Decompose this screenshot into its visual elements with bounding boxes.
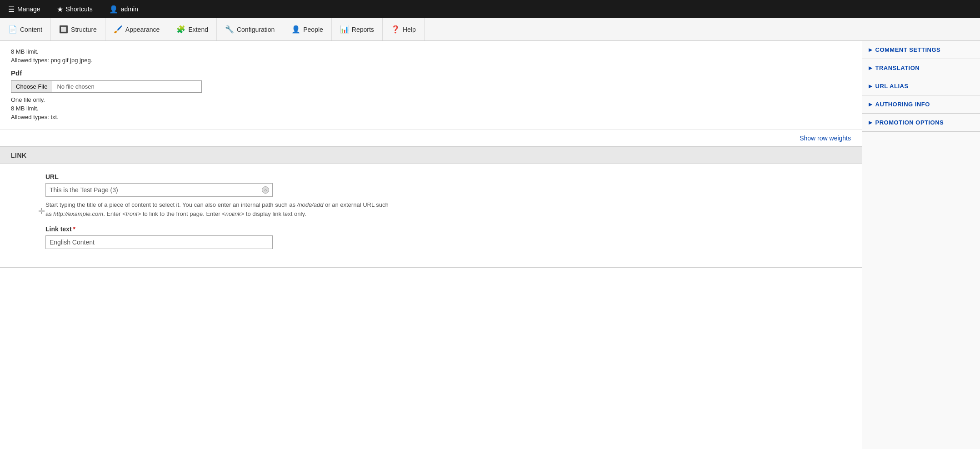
link-row: ✛ URL ○ Start typing the title of a piec… xyxy=(27,173,851,249)
sidebar-authoring-info: ▶ AUTHORING INFO xyxy=(862,95,980,114)
structure-icon: 🔲 xyxy=(59,25,68,34)
nav-structure-label: Structure xyxy=(71,26,97,33)
nav-extend[interactable]: 🧩 Extend xyxy=(168,18,217,40)
nav-extend-label: Extend xyxy=(188,26,208,33)
sidebar-translation-header[interactable]: ▶ TRANSLATION xyxy=(862,59,980,77)
star-icon: ★ xyxy=(57,5,63,14)
link-text-label: Link text* xyxy=(45,225,851,233)
pdf-size-limit: 8 MB limit. xyxy=(11,105,851,112)
nav-reports[interactable]: 📊 Reports xyxy=(332,18,383,40)
sidebar-comment-settings: ▶ COMMENT SETTINGS xyxy=(862,41,980,59)
bottom-separator xyxy=(0,267,862,268)
triangle-icon-2: ▶ xyxy=(869,65,873,70)
nav-help-label: Help xyxy=(403,26,416,33)
url-clear-button[interactable]: ○ xyxy=(262,186,269,194)
url-help-text: Start typing the title of a piece of con… xyxy=(45,200,391,218)
people-icon: 👤 xyxy=(291,25,300,34)
triangle-icon-4: ▶ xyxy=(869,102,873,107)
nav-structure[interactable]: 🔲 Structure xyxy=(51,18,105,40)
image-limit-text: 8 MB limit. xyxy=(11,48,851,55)
one-file-only-text: One file only. xyxy=(11,96,851,103)
admin-label: admin xyxy=(121,5,138,13)
nav-content[interactable]: 📄 Content xyxy=(0,18,51,40)
link-section-header: LINK xyxy=(0,147,862,164)
shortcuts-label: Shortcuts xyxy=(66,5,93,13)
pdf-section: 8 MB limit. Allowed types: png gif jpg j… xyxy=(0,41,862,130)
link-text-input[interactable] xyxy=(45,235,273,249)
hamburger-icon: ☰ xyxy=(8,5,15,14)
content-icon: 📄 xyxy=(8,25,17,34)
configuration-icon: 🔧 xyxy=(225,25,234,34)
page-wrapper: 8 MB limit. Allowed types: png gif jpg j… xyxy=(0,41,980,449)
file-input-row: Choose File No file chosen xyxy=(11,80,202,93)
triangle-icon: ▶ xyxy=(869,47,873,52)
shortcuts-menu[interactable]: ★ Shortcuts xyxy=(53,0,96,18)
sidebar-comment-settings-label: COMMENT SETTINGS xyxy=(875,46,941,53)
sidebar-promotion-options-header[interactable]: ▶ PROMOTION OPTIONS xyxy=(862,114,980,131)
image-allowed-types: Allowed types: png gif jpg jpeg. xyxy=(11,57,851,64)
sidebar-promotion-options-label: PROMOTION OPTIONS xyxy=(875,119,944,126)
link-section-body: ✛ URL ○ Start typing the title of a piec… xyxy=(0,164,862,258)
nav-people-label: People xyxy=(303,26,323,33)
user-icon: 👤 xyxy=(109,5,118,14)
pdf-allowed-types: Allowed types: txt. xyxy=(11,114,851,120)
no-file-text: No file chosen xyxy=(52,81,201,92)
admin-bar: ☰ Manage ★ Shortcuts 👤 admin xyxy=(0,0,980,18)
help-icon: ❓ xyxy=(391,25,400,34)
nav-configuration[interactable]: 🔧 Configuration xyxy=(217,18,283,40)
choose-file-button[interactable]: Choose File xyxy=(11,81,52,92)
sidebar-translation-label: TRANSLATION xyxy=(875,65,920,71)
triangle-icon-5: ▶ xyxy=(869,120,873,125)
show-row-weights-link[interactable]: Show row weights xyxy=(800,135,851,142)
url-field-label: URL xyxy=(45,173,851,180)
sidebar-url-alias-label: URL ALIAS xyxy=(875,83,909,90)
required-star: * xyxy=(73,225,75,233)
nav-reports-label: Reports xyxy=(352,26,374,33)
main-navigation: 📄 Content 🔲 Structure 🖌️ Appearance 🧩 Ex… xyxy=(0,18,980,41)
manage-menu[interactable]: ☰ Manage xyxy=(5,0,44,18)
url-input-wrapper: ○ xyxy=(45,183,273,197)
appearance-icon: 🖌️ xyxy=(114,25,123,34)
nav-appearance-label: Appearance xyxy=(125,26,160,33)
right-sidebar: ▶ COMMENT SETTINGS ▶ TRANSLATION ▶ URL A… xyxy=(862,41,980,449)
reports-icon: 📊 xyxy=(340,25,349,34)
admin-user-menu[interactable]: 👤 admin xyxy=(105,0,142,18)
sidebar-authoring-info-header[interactable]: ▶ AUTHORING INFO xyxy=(862,95,980,113)
manage-label: Manage xyxy=(17,5,40,13)
sidebar-promotion-options: ▶ PROMOTION OPTIONS xyxy=(862,114,980,132)
sidebar-translation: ▶ TRANSLATION xyxy=(862,59,980,77)
pdf-label: Pdf xyxy=(11,69,851,77)
nav-appearance[interactable]: 🖌️ Appearance xyxy=(105,18,169,40)
show-row-weights-row: Show row weights xyxy=(0,130,862,147)
sidebar-url-alias-header[interactable]: ▶ URL ALIAS xyxy=(862,77,980,95)
main-content: 8 MB limit. Allowed types: png gif jpg j… xyxy=(0,41,862,449)
sidebar-comment-settings-header[interactable]: ▶ COMMENT SETTINGS xyxy=(862,41,980,59)
sidebar-url-alias: ▶ URL ALIAS xyxy=(862,77,980,95)
triangle-icon-3: ▶ xyxy=(869,84,873,89)
nav-content-label: Content xyxy=(20,26,42,33)
nav-people[interactable]: 👤 People xyxy=(283,18,332,40)
extend-icon: 🧩 xyxy=(176,25,185,34)
sidebar-authoring-info-label: AUTHORING INFO xyxy=(875,101,930,108)
drag-handle-icon[interactable]: ✛ xyxy=(38,206,45,216)
url-input[interactable] xyxy=(45,183,273,197)
nav-configuration-label: Configuration xyxy=(237,26,275,33)
nav-help[interactable]: ❓ Help xyxy=(383,18,425,40)
